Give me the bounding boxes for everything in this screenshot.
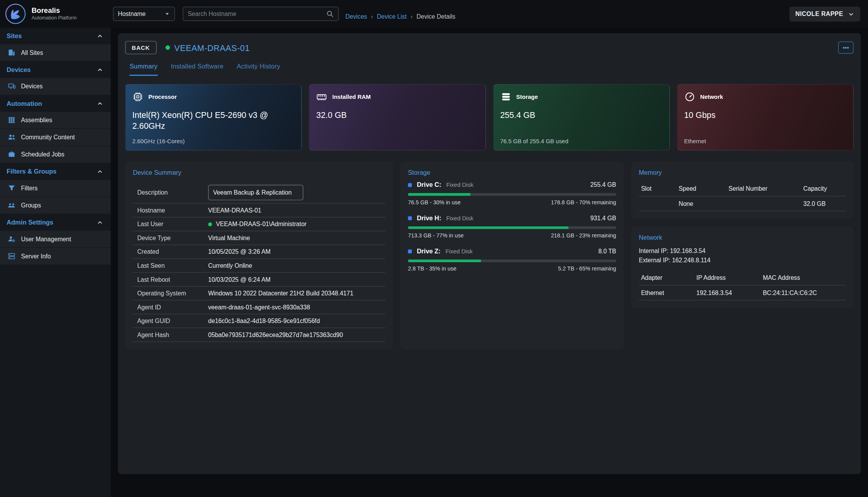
sidebar-item-label: Groups: [21, 202, 41, 209]
brand-name: Borealis: [32, 7, 77, 15]
external-ip: External IP: 162.248.8.114: [639, 256, 846, 265]
network-value: 10 Gbps: [684, 109, 842, 121]
breadcrumb-device-details: Device Details: [416, 13, 455, 20]
user-menu-button[interactable]: NICOLE RAPPE: [789, 6, 860, 21]
sidebar-item-label: Server Info: [21, 253, 51, 260]
summary-row-agent-id: Agent ID veeam-draas-01-agent-svc-8930a3…: [133, 300, 385, 314]
network-card: Network 10 Gbps Ethernet: [677, 84, 854, 151]
breadcrumb-separator: ›: [371, 13, 373, 20]
drive-z: Drive Z: Fixed Disk 8.0 TB 2.8 TB - 35% …: [408, 248, 616, 272]
memory-panel: Memory Slot Speed Serial Number Capacity…: [631, 162, 854, 219]
memory-cell-capacity: 32.0 GB: [801, 197, 846, 211]
sidebar-item-assemblies[interactable]: Assemblies: [0, 112, 111, 129]
summary-row-agent-guid: Agent GUID de16c0c1-8aa2-4d18-9585-9ce91…: [133, 314, 385, 328]
sidebar-section-label: Sites: [7, 33, 22, 39]
drive-remaining-text: 178.8 GB - 70% remaining: [551, 199, 616, 205]
more-options-button[interactable]: •••: [838, 42, 854, 54]
tab-summary[interactable]: Summary: [130, 63, 158, 76]
hostname-search: [183, 7, 339, 21]
memory-cell-speed: None: [676, 197, 726, 211]
chevron-down-icon: [848, 11, 854, 17]
sidebar-section-filters-groups[interactable]: Filters & Groups: [0, 163, 111, 180]
internal-ip: Internal IP: 192.168.3.54: [639, 246, 846, 256]
sidebar-section-label: Automation: [7, 100, 42, 107]
installed-ram-card: Installed RAM 32.0 GB: [309, 84, 486, 151]
chevron-up-icon: [97, 169, 103, 175]
card-title: Storage: [516, 93, 538, 100]
sidebar-section-devices[interactable]: Devices: [0, 61, 111, 78]
dropdown-caret-icon: [164, 11, 170, 16]
network-cell-mac: BC:24:11:CA:C6:2C: [761, 286, 846, 300]
sidebar-item-label: User Management: [21, 236, 71, 242]
sidebar-item-server-info[interactable]: Server Info: [0, 248, 111, 265]
chevron-up-icon: [97, 67, 103, 73]
search-input[interactable]: [188, 11, 326, 17]
breadcrumb-devices[interactable]: Devices: [345, 13, 367, 20]
summary-row-last-user: Last User VEEAM-DRAAS-01\Administrator: [133, 218, 385, 232]
chevron-up-icon: [97, 100, 103, 107]
breadcrumb: Devices › Device List › Device Details: [345, 13, 455, 20]
description-input[interactable]: [208, 184, 304, 200]
drive-remaining-text: 218.1 GB - 23% remaining: [551, 232, 616, 239]
sidebar-item-label: Filters: [21, 185, 38, 191]
device-summary-title: Device Summary: [133, 169, 385, 176]
people-icon: [8, 133, 16, 141]
sidebar-section-sites[interactable]: Sites: [0, 28, 111, 44]
summary-row-agent-hash: Agent Hash 05ba0e7935171d626ecea29b27d7a…: [133, 328, 385, 342]
back-button[interactable]: BACK: [125, 41, 157, 54]
memory-header-slot: Slot: [639, 181, 676, 196]
sidebar-item-groups[interactable]: Groups: [0, 197, 111, 214]
sidebar-section-label: Admin Settings: [7, 219, 53, 226]
breadcrumb-separator: ›: [410, 13, 412, 20]
sidebar-item-scheduled-jobs[interactable]: Scheduled Jobs: [0, 146, 111, 163]
drive-usage-bar: [408, 260, 616, 262]
briefcase-icon: [8, 151, 16, 158]
tab-installed-software[interactable]: Installed Software: [171, 63, 224, 76]
network-table: Adapter IP Address MAC Address Ethernet …: [639, 270, 846, 300]
search-icon: [326, 10, 334, 18]
drive-used-text: 713.3 GB - 77% in use: [408, 232, 464, 239]
online-status-dot: [166, 46, 170, 50]
network-icon: [684, 91, 695, 102]
tab-activity-history[interactable]: Activity History: [237, 63, 280, 76]
sidebar-item-label: Scheduled Jobs: [21, 151, 64, 158]
chevron-up-icon: [97, 220, 103, 226]
summary-row-created: Created 10/05/2025 @ 3:26 AM: [133, 245, 385, 259]
device-details-panel: BACK VEEAM-DRAAS-01 ••• Summary Installe…: [118, 33, 861, 474]
sidebar-item-label: All Sites: [21, 49, 43, 56]
hostname-filter-dropdown[interactable]: Hostname: [113, 7, 175, 21]
network-header-mac: MAC Address: [761, 270, 846, 285]
drive-bullet-icon: [408, 216, 412, 220]
network-cell-ip: 192.168.3.54: [694, 286, 761, 300]
brand-text: Borealis Automation Platform: [32, 7, 77, 21]
drive-h: Drive H: Fixed Disk 931.4 GB 713.3 GB - …: [408, 215, 616, 239]
drive-c: Drive C: Fixed Disk 255.4 GB 76.5 GB - 3…: [408, 181, 616, 205]
sidebar-item-all-sites[interactable]: All Sites: [0, 44, 111, 61]
breadcrumb-device-list[interactable]: Device List: [377, 13, 407, 20]
memory-table: Slot Speed Serial Number Capacity None 3…: [639, 181, 846, 211]
summary-row-last-reboot: Last Reboot 10/03/2025 @ 6:24 AM: [133, 273, 385, 287]
storage-panel-title: Storage: [408, 169, 616, 176]
user-gear-icon: [8, 235, 16, 243]
sidebar-item-label: Devices: [21, 83, 43, 90]
ram-icon: [316, 91, 327, 102]
sidebar-item-user-management[interactable]: User Management: [0, 231, 111, 248]
sidebar-section-automation[interactable]: Automation: [0, 95, 111, 112]
summary-row-operating-system: Operating System Windows 10 2022 Datacen…: [133, 286, 385, 300]
user-name: NICOLE RAPPE: [796, 11, 843, 17]
sidebar-item-filters[interactable]: Filters: [0, 180, 111, 197]
memory-header-speed: Speed: [676, 181, 726, 196]
storage-value: 255.4 GB: [500, 109, 658, 121]
brand: Borealis Automation Platform: [0, 3, 111, 25]
processor-card: Processor Intel(R) Xeon(R) CPU E5-2690 v…: [125, 84, 302, 151]
sidebar-section-admin-settings[interactable]: Admin Settings: [0, 214, 111, 231]
sidebar-item-label: Community Content: [21, 134, 75, 140]
processor-footer: 2.60GHz (16-Cores): [132, 138, 185, 144]
drive-used-text: 2.8 TB - 35% in use: [408, 265, 457, 272]
filter-icon: [8, 184, 16, 192]
memory-cell-serial: [726, 197, 801, 211]
sidebar-section-label: Devices: [7, 67, 31, 73]
sidebar-item-devices[interactable]: Devices: [0, 78, 111, 95]
network-panel-title: Network: [639, 234, 846, 241]
sidebar-item-community-content[interactable]: Community Content: [0, 129, 111, 146]
